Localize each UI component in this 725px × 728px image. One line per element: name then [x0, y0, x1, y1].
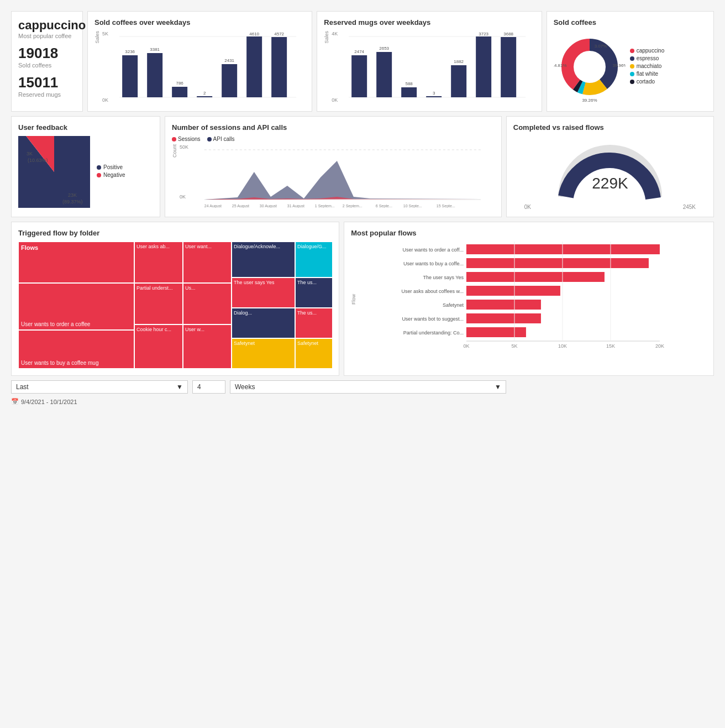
svg-rect-31 [427, 96, 442, 97]
cortado-dot [630, 80, 634, 84]
svg-text:User wants to order a coff...: User wants to order a coff... [403, 247, 464, 253]
svg-text:2653: 2653 [380, 46, 390, 51]
chevron-down-icon-2: ▼ [495, 383, 501, 391]
sessions-legend-item: Sessions [172, 136, 201, 142]
treemap-cell-buy-mug: User wants to buy a coffee mug [18, 330, 134, 369]
treemap-cell-user-w: User w... [183, 324, 232, 369]
flow-axis-label: Flow [351, 294, 356, 305]
treemap-cell-partial: Partial underst... [134, 283, 183, 324]
treemap-cell-safetynet2: Safetynet [295, 338, 332, 369]
gauge-min: 0K [524, 204, 531, 210]
svg-rect-10 [222, 64, 237, 97]
svg-text:14.81%: 14.81% [554, 63, 567, 68]
treemap-cell-dialog: Dialog... [232, 308, 295, 338]
coffee-name: cappuccino [18, 18, 76, 33]
treemap-cell-order-coffee: User wants to order a coffee [18, 283, 134, 330]
feedback-pie-svg: 3K (10.63%) 23K (89.37%) [18, 136, 90, 208]
svg-text:15K: 15K [606, 343, 615, 349]
svg-text:User asks about coffees w...: User asks about coffees w... [402, 289, 464, 294]
treemap-cell-the-user: The us... [295, 277, 332, 308]
kpi-card: cappuccino Most popular coffee 19018 Sol… [11, 11, 83, 112]
popular-flows-svg: User wants to order a coff... User wants… [359, 242, 707, 352]
svg-text:39.96%: 39.96% [612, 63, 626, 68]
cappuccino-dot [630, 49, 634, 53]
weeks-select[interactable]: Weeks ▼ [230, 380, 506, 394]
legend-espresso: espresso [630, 55, 665, 61]
treemap-cell-us: Us... [183, 283, 232, 324]
svg-text:The user says Yes: The user says Yes [423, 275, 464, 280]
macchiato-label: macchiato [637, 63, 662, 69]
feedback-legend: Positive Negative [97, 164, 125, 180]
svg-text:(10.63%): (10.63%) [28, 158, 48, 163]
sales-y-label: Sales [94, 31, 100, 44]
sessions-card: Number of sessions and API calls Session… [165, 116, 502, 217]
date-range-text: 9/4/2021 - 10/1/2021 [21, 399, 77, 405]
svg-text:24 August: 24 August [204, 204, 222, 208]
gauge-labels: 0K 245K [513, 204, 707, 210]
svg-text:3723: 3723 [479, 32, 489, 36]
espresso-dot [630, 56, 634, 61]
svg-rect-35 [476, 36, 492, 97]
last-select[interactable]: Last ▼ [11, 380, 188, 394]
svg-text:2: 2 [203, 91, 206, 96]
treemap-cell-the-us2: The us... [295, 308, 332, 338]
svg-text:10 Septe...: 10 Septe... [403, 204, 422, 208]
y-0k-sessions: 0K [180, 194, 188, 200]
legend-cortado: cortado [630, 78, 665, 85]
cortado-label: cortado [637, 78, 655, 85]
treemap-cell-user-says-yes: The user says Yes [232, 277, 295, 308]
svg-rect-33 [451, 65, 467, 97]
svg-rect-37 [501, 37, 517, 97]
svg-rect-86 [466, 313, 541, 323]
api-legend-item: API calls [207, 136, 235, 142]
svg-text:Tuesday: Tuesday [372, 102, 387, 103]
number-input[interactable]: 4 [192, 380, 225, 394]
svg-rect-82 [466, 286, 560, 296]
treemap-cell-safetynet: Safetynet [232, 338, 295, 369]
svg-text:1882: 1882 [454, 59, 464, 64]
positive-label: Positive [103, 164, 123, 170]
svg-text:5K: 5K [512, 343, 518, 349]
treemap-cell-user-asks: User asks ab... [134, 242, 183, 283]
sold-coffees-donut-card: Sold coffees 3.07% [547, 11, 714, 112]
mugs-y-4k: 4K [332, 31, 338, 36]
treemap-container: Flows User wants to order a coffee User … [18, 242, 332, 369]
svg-rect-6 [172, 87, 187, 97]
legend-positive: Positive [97, 164, 125, 170]
svg-rect-4 [147, 53, 162, 97]
sold-coffees-chart: 3236 3381 786 2 2431 4610 4572 [111, 31, 305, 103]
treemap-card: Triggered flow by folder Flows User want… [11, 222, 339, 376]
svg-text:786: 786 [176, 81, 183, 86]
svg-text:Thursday: Thursday [420, 102, 437, 103]
svg-rect-27 [377, 52, 392, 97]
reserved-label: Reserved mugs [18, 91, 76, 98]
svg-text:4610: 4610 [249, 32, 259, 36]
svg-text:Saturday: Saturday [241, 102, 257, 103]
svg-text:25 August: 25 August [232, 204, 249, 208]
svg-text:2474: 2474 [355, 49, 365, 54]
row-1: cappuccino Most popular coffee 19018 Sol… [11, 11, 714, 112]
svg-text:31 August: 31 August [287, 204, 304, 208]
calendar-icon: 📅 [11, 398, 19, 405]
gauge-card: Completed vs raised flows 229K 0K 245K [506, 116, 714, 217]
chevron-down-icon: ▼ [176, 383, 183, 391]
reserved-mugs-card: Reserved mugs over weekdays Sales 4K 0K … [317, 11, 542, 112]
svg-text:2431: 2431 [224, 58, 234, 63]
row-2: User feedback 3K (10.63%) 23K (89.37%) P… [11, 116, 714, 217]
treemap-cell-cookie: Cookie hour c... [134, 324, 183, 369]
svg-text:229K: 229K [592, 175, 628, 192]
svg-text:(89.37%): (89.37%) [62, 199, 83, 205]
weeks-label: Weeks [235, 383, 255, 391]
api-label: API calls [213, 136, 235, 142]
svg-text:3: 3 [433, 91, 435, 96]
svg-text:3688: 3688 [504, 32, 514, 36]
flat-white-label: flat white [637, 71, 658, 77]
last-label: Last [16, 383, 29, 391]
svg-rect-25 [352, 55, 367, 97]
gauge-svg: 229K [555, 136, 665, 202]
svg-text:Saturday: Saturday [470, 102, 486, 103]
feedback-title: User feedback [18, 123, 153, 132]
gauge-max: 245K [683, 204, 696, 210]
svg-text:Sunday: Sunday [268, 102, 282, 103]
svg-text:3.07%: 3.07% [594, 44, 607, 49]
